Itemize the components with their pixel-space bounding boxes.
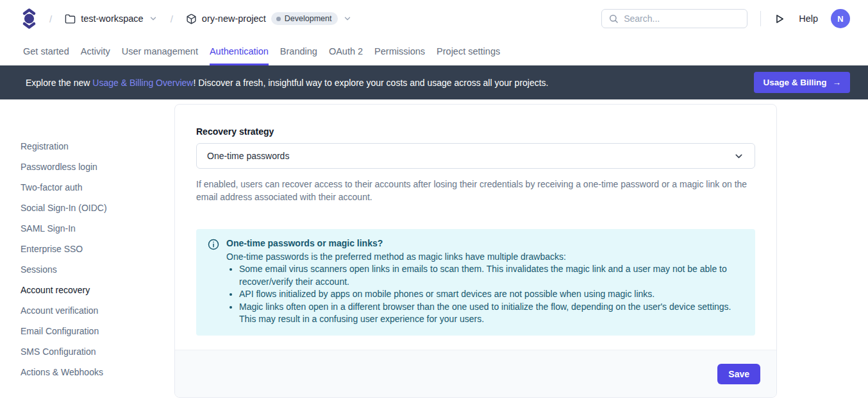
sidebar-item-actions-webhooks[interactable]: Actions & Webhooks xyxy=(21,366,174,378)
header-divider xyxy=(760,11,761,26)
package-icon xyxy=(186,13,197,24)
info-box-bullets: Some email virus scanners open links in … xyxy=(226,263,745,326)
project-name: ory-new-project xyxy=(202,13,266,24)
info-bullet: API flows initialized by apps on mobile … xyxy=(239,288,745,301)
sidebar-item-enterprise-sso[interactable]: Enterprise SSO xyxy=(21,243,174,255)
save-button[interactable]: Save xyxy=(717,364,760,384)
sidebar-item-passwordless-login[interactable]: Passwordless login xyxy=(21,161,174,173)
arrow-right-icon: → xyxy=(833,78,842,87)
account-recovery-form: Recovery strategy One-time passwords If … xyxy=(175,105,776,336)
sidebar-item-saml-sign-in[interactable]: SAML Sign-In xyxy=(21,223,174,234)
breadcrumb-separator: / xyxy=(171,13,173,24)
project-nav-tabs: Get started Activity User management Aut… xyxy=(0,37,868,65)
tab-oauth2[interactable]: OAuth 2 xyxy=(329,37,363,65)
tab-project-settings[interactable]: Project settings xyxy=(437,37,500,65)
environment-label: Development xyxy=(285,14,332,23)
banner-text: Explore the new Usage & Billing Overview… xyxy=(26,78,549,88)
account-recovery-card: Recovery strategy One-time passwords If … xyxy=(174,104,777,398)
environment-badge: Development xyxy=(271,12,338,25)
help-link[interactable]: Help xyxy=(799,13,818,24)
usage-billing-button-label: Usage & Billing xyxy=(763,78,826,87)
tab-permissions[interactable]: Permissions xyxy=(374,37,425,65)
usage-billing-banner: Explore the new Usage & Billing Overview… xyxy=(0,65,868,99)
breadcrumb-separator: / xyxy=(49,13,52,24)
chevron-down-icon xyxy=(343,14,352,23)
environment-dot-icon xyxy=(276,17,281,21)
banner-text-prefix: Explore the new xyxy=(26,78,92,88)
sidebar-item-account-verification[interactable]: Account verification xyxy=(21,305,174,316)
top-bar: / test-workspace / ory-new-project Devel… xyxy=(0,0,868,37)
sidebar-item-sms-configuration[interactable]: SMS Configuration xyxy=(21,346,174,357)
authentication-sidebar: Registration Passwordless login Two-fact… xyxy=(0,99,174,401)
info-box-content: One-time passwords or magic links? One-t… xyxy=(226,237,745,326)
tab-authentication[interactable]: Authentication xyxy=(210,37,269,65)
tab-activity[interactable]: Activity xyxy=(81,37,110,65)
info-bullet: Magic links often open in a different br… xyxy=(239,301,745,326)
sidebar-item-registration[interactable]: Registration xyxy=(21,141,174,152)
sidebar-item-social-sign-in[interactable]: Social Sign-In (OIDC) xyxy=(21,202,174,214)
play-icon[interactable] xyxy=(774,13,785,24)
recovery-strategy-value: One-time passwords xyxy=(207,151,289,161)
sidebar-item-two-factor-auth[interactable]: Two-factor auth xyxy=(21,182,174,193)
info-box-intro: One-time passwords is the preferred meth… xyxy=(226,251,745,264)
content-area: Registration Passwordless login Two-fact… xyxy=(0,99,868,401)
folder-icon xyxy=(65,13,76,24)
info-box-title: One-time passwords or magic links? xyxy=(226,237,745,250)
workspace-name: test-workspace xyxy=(81,13,144,24)
tab-get-started[interactable]: Get started xyxy=(23,37,69,65)
header-actions: Help N xyxy=(601,9,850,28)
chevron-down-icon xyxy=(733,151,744,162)
banner-text-suffix: ! Discover a fresh, insightful way to ex… xyxy=(193,78,548,88)
search-icon xyxy=(608,13,619,24)
recovery-strategy-description: If enabled, users can recover access to … xyxy=(196,178,755,203)
recovery-strategy-label: Recovery strategy xyxy=(196,126,755,137)
workspace-switcher[interactable]: test-workspace xyxy=(65,13,158,24)
avatar[interactable]: N xyxy=(831,9,850,28)
usage-billing-button[interactable]: Usage & Billing → xyxy=(754,72,850,93)
recovery-strategy-select[interactable]: One-time passwords xyxy=(196,143,755,169)
info-bullet: Some email virus scanners open links in … xyxy=(239,263,745,288)
info-box: One-time passwords or magic links? One-t… xyxy=(196,229,755,336)
card-footer: Save xyxy=(175,350,776,397)
usage-billing-overview-link[interactable]: Usage & Billing Overview xyxy=(92,78,193,88)
sidebar-item-sessions[interactable]: Sessions xyxy=(21,264,174,275)
info-icon xyxy=(208,237,219,326)
project-switcher[interactable]: ory-new-project Development xyxy=(186,12,353,25)
sidebar-item-account-recovery[interactable]: Account recovery xyxy=(21,284,174,296)
tab-branding[interactable]: Branding xyxy=(280,37,317,65)
search-input[interactable] xyxy=(624,13,740,24)
sidebar-item-email-configuration[interactable]: Email Configuration xyxy=(21,325,174,337)
chevron-down-icon xyxy=(149,14,158,23)
search-box[interactable] xyxy=(601,9,747,28)
tab-user-management[interactable]: User management xyxy=(122,37,198,65)
ory-logo-icon[interactable] xyxy=(22,8,37,30)
